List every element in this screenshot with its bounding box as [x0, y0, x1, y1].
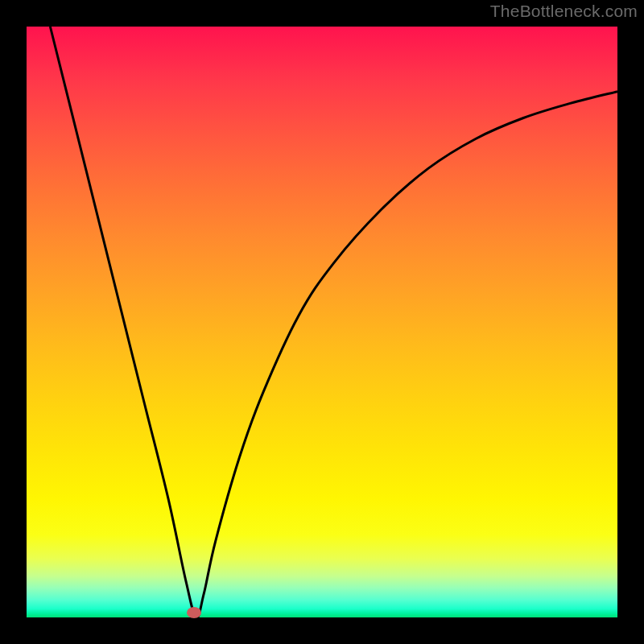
plot-area: [27, 27, 617, 617]
watermark-text: TheBottleneck.com: [490, 2, 638, 21]
curve-svg: [27, 27, 617, 617]
chart-frame: TheBottleneck.com: [0, 0, 644, 644]
bottleneck-curve-path: [50, 27, 617, 617]
vertex-marker: [187, 607, 201, 618]
